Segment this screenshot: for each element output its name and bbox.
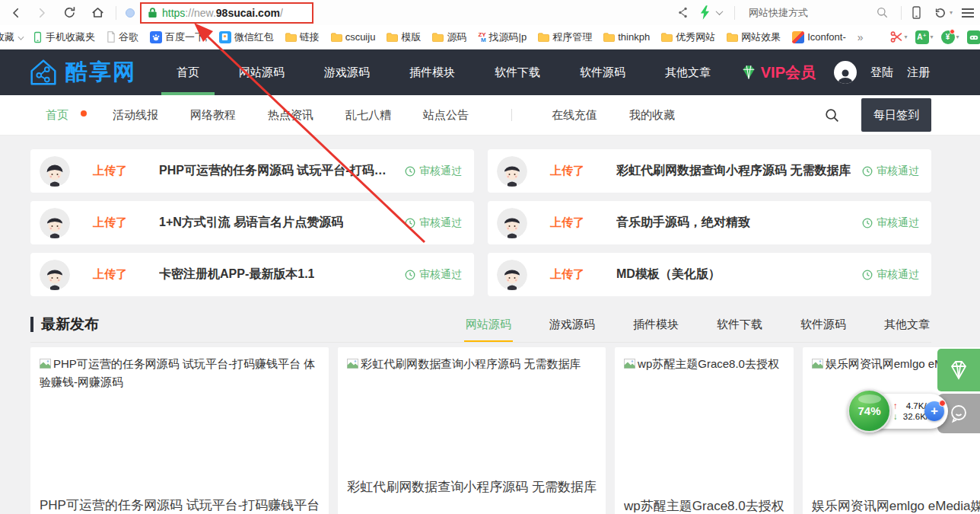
tab-other-articles[interactable]: 其他文章 (883, 318, 931, 342)
undo-dropdown-caret[interactable]: ▾ (950, 9, 953, 16)
bookmark-item[interactable]: thinkph (603, 31, 650, 43)
tab-plugin-module[interactable]: 插件模块 (632, 318, 680, 342)
home-icon[interactable] (91, 5, 105, 20)
address-bar[interactable]: https://new.98sucai.com/ (140, 2, 313, 24)
dropdown-caret[interactable]: ▾ (905, 34, 908, 40)
tab-software-download[interactable]: 软件下载 (715, 318, 764, 342)
menu-icon[interactable] (962, 8, 974, 18)
bookmark-item[interactable]: 百度一下, (150, 30, 208, 44)
bookmarks-overflow[interactable]: » (858, 31, 864, 43)
bookmark-item[interactable]: 优秀网站 (661, 30, 715, 44)
upload-title[interactable]: 卡密注册机APP-最新版本1.1 (159, 267, 314, 283)
subnav-item-home[interactable]: 首页 (46, 108, 68, 123)
upload-title[interactable]: PHP可运营的任务网源码 试玩平台-打码赚钱平台 ... (159, 163, 396, 179)
chevron-down-icon[interactable] (716, 8, 724, 15)
bookmark-item[interactable]: 谷歌 (107, 30, 138, 44)
upload-card[interactable]: 上传了 音乐助手源码，绝对精致 审核通过 (488, 201, 931, 244)
product-title[interactable]: PHP可运营的任务网源码 试玩平台-打码赚钱平台 (40, 496, 320, 514)
subnav-divider (511, 109, 512, 121)
subnav-item-misc[interactable]: 乱七八糟 (345, 108, 391, 123)
bookmarks-bar: 收藏 手机收藏夹 谷歌 百度一下, 微信红包 链接 (0, 25, 980, 49)
wallet-extension[interactable]: ¥ ▾ (941, 30, 959, 44)
site-search-icon[interactable] (824, 107, 840, 123)
nav-item-website-source[interactable]: 网站源码 (219, 49, 304, 95)
bookmark-item[interactable]: 网站效果 (727, 30, 781, 44)
translate-extension[interactable]: A⁺ ▾ (915, 30, 934, 44)
undo-recent-icon[interactable] (933, 6, 947, 20)
nav-item-other-articles[interactable]: 其他文章 (645, 49, 730, 95)
subnav-item-announcements[interactable]: 站点公告 (423, 108, 469, 123)
subnav-item-activity[interactable]: 活动线报 (113, 108, 158, 123)
dropdown-caret[interactable]: ▾ (956, 34, 959, 40)
avatar[interactable] (834, 61, 857, 84)
url-text: https://new.98sucai.com/ (162, 7, 283, 19)
back-icon[interactable] (9, 6, 23, 20)
login-link[interactable]: 登陆 (870, 65, 893, 80)
upload-card[interactable]: 上传了 MD模板（美化版） 审核通过 (488, 253, 931, 296)
dropdown-caret[interactable]: ▾ (931, 34, 934, 40)
subnav-item-hot-news[interactable]: 热点资讯 (268, 108, 313, 123)
nav-item-home[interactable]: 首页 (157, 49, 219, 95)
subnav-item-favorites[interactable]: 我的收藏 (629, 108, 675, 123)
progress-badge[interactable]: 74% (848, 389, 891, 433)
subnav-item-recharge[interactable]: 在线充值 (552, 108, 597, 123)
upload-card[interactable]: 上传了 1+N方式引流 易语言名片点赞源码 审核通过 (30, 201, 474, 244)
folder-icon (285, 33, 297, 42)
forward-icon[interactable] (35, 6, 49, 20)
chevron-down-icon (18, 34, 24, 40)
vip-link[interactable]: VIP会员 (740, 62, 816, 83)
upload-title[interactable]: 1+N方式引流 易语言名片点赞源码 (159, 215, 343, 231)
nav-item-software-download[interactable]: 软件下载 (475, 49, 560, 95)
tab-website-source[interactable]: 网站源码 (464, 318, 513, 342)
product-card[interactable]: PHP可运营的任务网源码 试玩平台-打码赚钱平台 体验赚钱-网赚源码 PHP可运… (30, 347, 329, 514)
bookmark-item[interactable]: 程序管理 (538, 30, 592, 44)
bookmark-item[interactable]: 模版 (387, 30, 421, 44)
nav-item-plugin-module[interactable]: 插件模块 (390, 49, 475, 95)
clip-extension[interactable]: ▾ (890, 30, 908, 43)
upload-card[interactable]: 上传了 PHP可运营的任务网源码 试玩平台-打码赚钱平台 ... 审核通过 (30, 149, 474, 193)
upload-title[interactable]: MD模板（美化版） (616, 267, 721, 283)
upload-title[interactable]: 音乐助手源码，绝对精致 (616, 215, 750, 231)
nav-item-game-source[interactable]: 游戏源码 (304, 49, 390, 95)
add-task-button[interactable]: + (924, 401, 944, 421)
product-title[interactable]: 彩虹代刷网数据查询小程序源码 无需数据库 (347, 478, 597, 496)
product-card[interactable]: wp苏醒主题Grace8.0去授权 wp苏醒主题Grace8.0去授权 (615, 347, 794, 514)
upload-card[interactable]: 上传了 彩虹代刷网数据查询小程序源码 无需数据库 审核通过 (488, 149, 931, 193)
site-info-icon[interactable] (126, 8, 135, 18)
bookmark-item[interactable]: cscuiju (331, 31, 376, 43)
share-icon[interactable] (676, 6, 689, 19)
bookmark-item[interactable]: 微信红包 (219, 30, 274, 44)
bookmark-item[interactable]: 手机收藏夹 (33, 30, 95, 44)
bookmark-item[interactable]: ZYM 找源码|p (478, 30, 527, 44)
register-link[interactable]: 注册 (907, 65, 930, 80)
search-icon[interactable] (876, 6, 889, 19)
tab-game-source[interactable]: 游戏源码 (548, 318, 597, 342)
bookmark-item[interactable]: Iconfont- (792, 31, 846, 43)
folder-icon (331, 33, 342, 42)
section-heading: 最新发布 (41, 314, 99, 334)
nav-item-software-source[interactable]: 软件源码 (560, 49, 645, 95)
bookmark-item[interactable]: 源码 (432, 30, 466, 44)
site-logo[interactable]: 酷享网 (26, 55, 151, 90)
main-content: 上传了 PHP可运营的任务网源码 试玩平台-打码赚钱平台 ... 审核通过 上传… (30, 149, 931, 514)
scissors-icon (890, 30, 903, 43)
bookmarks-menu[interactable]: 收藏 (0, 30, 24, 44)
upload-title[interactable]: 彩虹代刷网数据查询小程序源码 无需数据库 (616, 163, 851, 179)
bookmark-item[interactable]: 链接 (285, 30, 320, 44)
vip-floating-button[interactable] (937, 349, 980, 391)
subnav-item-tutorials[interactable]: 网络教程 (190, 108, 236, 123)
speed-mode-lightning-icon[interactable] (700, 5, 710, 20)
daily-checkin-button[interactable]: 每日签到 (861, 98, 931, 132)
product-title[interactable]: wp苏醒主题Grace8.0去授权 (624, 497, 784, 514)
product-card[interactable]: 彩虹代刷网数据查询小程序源码 无需数据库 彩虹代刷网数据查询小程序源码 无需数据… (338, 347, 606, 514)
refresh-icon[interactable] (62, 5, 77, 20)
shortcut-search-box[interactable]: 网站快捷方式 (743, 4, 892, 22)
mobile-view-icon[interactable] (911, 5, 922, 20)
tab-software-source[interactable]: 软件源码 (799, 318, 848, 342)
product-image-alt: PHP可运营的任务网源码 试玩平台-打码赚钱平台 体验赚钱-网赚源码 (40, 355, 320, 391)
chat-smiley-icon (947, 402, 970, 425)
product-title[interactable]: 娱乐网资讯网emlgo eMedia媒体范源码 (812, 497, 980, 514)
game-extension[interactable]: ▾ (967, 30, 980, 44)
category-tabs: 网站源码 游戏源码 插件模块 软件下载 软件源码 其他文章 (429, 318, 931, 342)
upload-card[interactable]: 上传了 卡密注册机APP-最新版本1.1 审核通过 (30, 253, 474, 296)
